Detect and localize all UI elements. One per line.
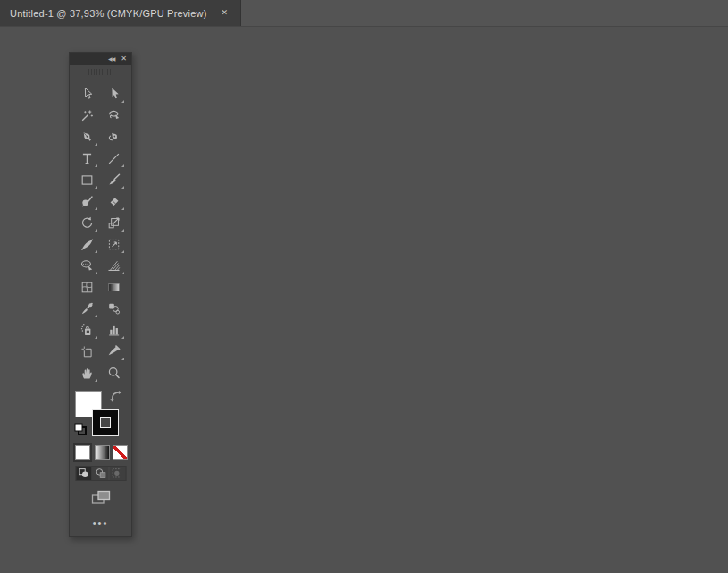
document-tab-bar: Untitled-1 @ 37,93% (CMYK/GPU Preview) ✕ — [0, 0, 728, 27]
hand-tool-icon — [79, 366, 95, 381]
gradient-tool[interactable] — [104, 276, 125, 298]
zoom-tool[interactable] — [104, 362, 125, 383]
draw-inside-mode — [109, 467, 125, 480]
none-button[interactable] — [113, 445, 128, 460]
draw-normal-mode[interactable] — [76, 467, 93, 480]
slice-tool[interactable] — [104, 341, 125, 362]
flyout-indicator — [121, 250, 124, 253]
gradient-button[interactable] — [95, 445, 110, 460]
swap-fill-stroke-icon[interactable] — [108, 389, 123, 403]
curvature-tool[interactable] — [104, 126, 125, 147]
eraser-tool[interactable] — [104, 190, 125, 212]
free-transform-tool[interactable] — [104, 233, 125, 255]
eyedropper-tool[interactable] — [77, 298, 98, 319]
column-graph-tool-icon — [106, 323, 121, 338]
document-tab[interactable]: Untitled-1 @ 37,93% (CMYK/GPU Preview) ✕ — [0, 0, 241, 26]
curvature-tool-icon — [106, 130, 121, 145]
flyout-indicator — [121, 229, 124, 232]
artboard-tool-icon — [79, 344, 95, 359]
symbol-sprayer-tool[interactable] — [77, 319, 98, 341]
collapse-panel-icon[interactable]: ◀◀ — [108, 56, 114, 62]
paintbrush-tool[interactable] — [104, 169, 125, 190]
line-segment-tool[interactable] — [104, 147, 125, 169]
rotate-tool-icon — [79, 215, 95, 231]
shape-builder-tool-icon — [79, 258, 95, 274]
flyout-indicator — [95, 336, 97, 339]
mesh-tool[interactable] — [77, 276, 98, 298]
type-tool[interactable] — [77, 147, 98, 169]
flyout-indicator — [121, 336, 124, 339]
width-tool-icon — [79, 237, 95, 252]
perspective-grid-tool-icon — [106, 258, 121, 274]
appearance-buttons — [70, 443, 131, 462]
shaper-tool[interactable] — [77, 190, 98, 212]
selection-tool[interactable] — [77, 83, 98, 105]
flyout-indicator — [95, 272, 97, 274]
zoom-tool-icon — [106, 366, 121, 381]
close-panel-icon[interactable]: ✕ — [121, 55, 127, 63]
eyedropper-tool-icon — [79, 301, 95, 316]
scale-tool-icon — [106, 215, 121, 231]
pen-tool[interactable] — [77, 126, 98, 147]
flyout-indicator — [95, 186, 97, 189]
edit-toolbar-button[interactable]: ••• — [89, 517, 113, 529]
rectangle-tool[interactable] — [77, 169, 98, 190]
pen-tool-icon — [79, 130, 95, 145]
perspective-grid-tool[interactable] — [104, 255, 125, 276]
drawing-mode-buttons — [75, 466, 126, 481]
flyout-indicator — [95, 207, 97, 210]
mesh-tool-icon — [79, 280, 95, 295]
flyout-indicator — [121, 164, 124, 167]
flyout-indicator — [121, 100, 124, 103]
flyout-indicator — [95, 143, 97, 146]
draw-behind-icon — [95, 468, 106, 479]
lasso-tool[interactable] — [104, 105, 125, 126]
paintbrush-tool-icon — [106, 173, 121, 188]
direct-selection-tool[interactable] — [104, 83, 125, 105]
stroke-hole — [100, 417, 111, 428]
lasso-tool-icon — [106, 108, 121, 123]
width-tool[interactable] — [77, 233, 98, 255]
change-screen-mode-button[interactable] — [89, 488, 113, 508]
line-segment-tool-icon — [106, 151, 121, 166]
magic-wand-tool[interactable] — [77, 105, 98, 126]
gradient-tool-icon — [106, 280, 121, 295]
draw-inside-icon — [112, 468, 123, 479]
eraser-tool-icon — [106, 194, 121, 209]
draw-behind-mode[interactable] — [93, 467, 110, 480]
type-tool-icon — [79, 151, 95, 166]
blend-tool-icon — [106, 301, 121, 316]
draw-normal-icon — [78, 468, 89, 479]
tools-panel: ◀◀ ✕ ••• — [69, 52, 132, 537]
shape-builder-tool[interactable] — [77, 255, 98, 276]
slice-tool-icon — [106, 344, 121, 359]
magic-wand-tool-icon — [79, 108, 95, 123]
flyout-indicator — [95, 250, 97, 253]
selection-tool-icon — [79, 87, 95, 102]
blend-tool[interactable] — [104, 298, 125, 319]
flyout-indicator — [95, 379, 97, 382]
flyout-indicator — [121, 186, 124, 189]
scale-tool[interactable] — [104, 212, 125, 233]
screen-mode-icon — [91, 490, 111, 506]
default-fill-stroke-icon[interactable] — [74, 423, 87, 435]
hand-tool[interactable] — [77, 362, 98, 383]
rectangle-tool-icon — [79, 173, 95, 188]
document-tab-title: Untitled-1 @ 37,93% (CMYK/GPU Preview) — [10, 8, 207, 19]
color-button-selected-tile — [73, 443, 92, 462]
artboard-tool[interactable] — [77, 341, 98, 362]
free-transform-tool-icon — [106, 237, 121, 252]
tab-close-icon[interactable]: ✕ — [220, 7, 230, 19]
tools-panel-header[interactable]: ◀◀ ✕ — [70, 53, 131, 65]
tool-grid — [70, 83, 131, 383]
symbol-sprayer-tool-icon — [79, 323, 95, 338]
panel-drag-grip[interactable] — [88, 69, 113, 75]
color-button[interactable] — [75, 445, 90, 460]
stroke-swatch[interactable] — [92, 409, 119, 436]
shaper-tool-icon — [79, 194, 95, 209]
flyout-indicator — [95, 164, 97, 167]
flyout-indicator — [121, 207, 124, 210]
column-graph-tool[interactable] — [104, 319, 125, 341]
rotate-tool[interactable] — [77, 212, 98, 233]
flyout-indicator — [95, 229, 97, 232]
